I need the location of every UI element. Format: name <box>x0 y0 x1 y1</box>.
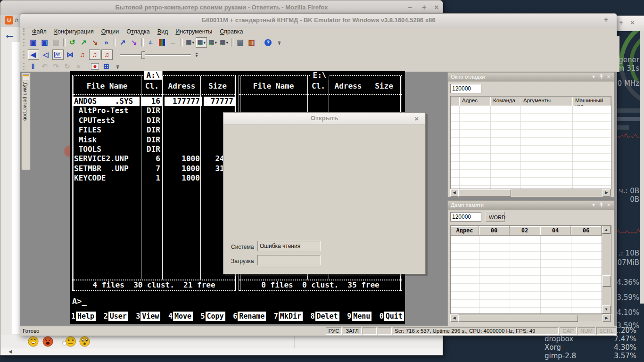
slider-handle[interactable] <box>141 51 145 59</box>
drive-a-icon[interactable]: ▦▾ <box>184 37 196 48</box>
fn-key[interactable]: 7MkDir <box>274 312 303 321</box>
fast-forward-icon[interactable]: » <box>101 37 112 48</box>
ay-stereo-icon[interactable]: ♫ <box>101 49 113 60</box>
firefox-horizontal-scrollbar[interactable]: ◀ <box>1 348 442 355</box>
reset-icon[interactable]: ↺ <box>67 37 78 48</box>
background-window-scrollbar[interactable] <box>640 31 644 304</box>
maximize-button[interactable]: + <box>619 19 623 26</box>
record-screen-icon[interactable]: ● <box>90 61 101 72</box>
scroll-right-icon[interactable]: ▶ <box>603 314 611 322</box>
fn-key[interactable]: 2User <box>104 312 128 321</box>
windows-grid-icon[interactable]: ⊞ <box>101 61 112 72</box>
reload-icon[interactable]: ↻ <box>62 61 73 72</box>
printer-icon[interactable]: ▤ <box>235 37 246 48</box>
scroll-left-icon[interactable]: ◀ <box>8 348 12 355</box>
memory-panel-titlebar[interactable]: Дамп памяти ▼ × <box>448 201 614 210</box>
load-file-icon[interactable]: ↗ <box>117 37 129 48</box>
back-icon[interactable]: ← <box>4 27 16 41</box>
memory-horizontal-scrollbar[interactable]: ◀ ▶ <box>450 314 611 321</box>
stop-icon[interactable]: ↘ <box>90 37 101 48</box>
collapse-icon[interactable]: ▼ <box>590 202 597 208</box>
fn-key[interactable]: 6Rename <box>233 312 266 321</box>
menu-debug[interactable]: Отладка <box>123 27 153 36</box>
minimize-button[interactable]: – <box>408 4 412 11</box>
fn-key[interactable]: 0Quit <box>380 312 404 321</box>
screen-mode-icon[interactable]: ← <box>168 37 179 48</box>
save-file-icon[interactable]: ↘ <box>129 37 140 48</box>
scrollbar-thumb[interactable] <box>458 315 578 322</box>
file-row[interactable]: FILES DIR <box>73 125 235 135</box>
smiley-surprised-icon[interactable] <box>79 336 90 347</box>
debug-address-input[interactable] <box>450 84 481 93</box>
scroll-left-icon[interactable]: ◀ <box>450 189 458 197</box>
menu-configuration[interactable]: Конфигурация <box>50 27 98 36</box>
file-row[interactable]: ANDOS .SYS 16 177777 77777 <box>73 97 235 106</box>
toolbar-overflow-icon[interactable]: ▾ <box>274 37 285 48</box>
joystick-icon[interactable]: ♫ <box>77 49 88 60</box>
collapse-icon[interactable]: ▼ <box>590 74 597 80</box>
scroll-up-icon[interactable]: ▲ <box>602 226 611 234</box>
fn-key[interactable]: 4Move <box>168 312 193 321</box>
fullscreen-icon[interactable] <box>145 37 157 48</box>
file-row[interactable]: CPUTestS DIR <box>73 116 235 125</box>
status-layout-rus[interactable]: РУС <box>326 327 342 335</box>
toolbar-overflow-icon[interactable]: ▾ <box>191 49 202 60</box>
joystick-alt-icon[interactable]: ♫ <box>89 49 100 60</box>
fn-key[interactable]: 3View <box>136 312 160 321</box>
file-row[interactable]: KEYCODE 1 1000 22 <box>73 173 235 183</box>
menu-options[interactable]: Опции <box>98 27 123 36</box>
scroll-down-icon[interactable]: ▼ <box>602 305 611 313</box>
pin-icon[interactable] <box>598 202 604 208</box>
redo-icon[interactable]: ↷ <box>50 61 62 72</box>
system-field[interactable]: Ошибка чтения <box>257 241 321 251</box>
column-header[interactable]: 00 <box>479 226 510 235</box>
fn-key[interactable]: 1Help <box>71 312 96 321</box>
menu-help[interactable]: Справка <box>216 27 247 36</box>
menu-file[interactable]: Файл <box>28 27 50 36</box>
pin-icon[interactable] <box>598 74 604 80</box>
save-state-icon[interactable]: ▣ <box>28 37 39 48</box>
file-row[interactable]: SETMBR .UNP 7 1000 3176 <box>73 164 235 173</box>
memory-address-input[interactable] <box>450 212 481 222</box>
column-header[interactable]: Адрес <box>451 226 479 235</box>
help-icon[interactable]: ? <box>263 37 274 48</box>
scroll-left-icon[interactable]: ◀ <box>450 314 458 322</box>
close-button[interactable]: × <box>630 19 635 26</box>
load-field[interactable] <box>257 255 321 265</box>
ay-chip-icon[interactable]: AY <box>52 49 64 60</box>
close-button[interactable]: × <box>434 4 438 11</box>
file-row[interactable]: SERVICE2.UNP 6 1000 2414 <box>73 154 235 164</box>
memory-vertical-scrollbar[interactable]: ▲ ▼ <box>602 226 611 313</box>
firefox-titlebar[interactable]: Бытовой ретро-компьютер своими руками - … <box>0 0 443 15</box>
drive-c-icon[interactable]: ▦▾ <box>207 37 218 48</box>
column-header[interactable]: 02 <box>510 226 540 235</box>
scroll-right-icon[interactable]: ▶ <box>603 189 611 197</box>
command-prompt[interactable]: A>_ <box>72 296 87 306</box>
run-icon[interactable]: ↗ <box>78 37 90 48</box>
close-icon[interactable]: × <box>605 202 612 208</box>
debug-panel-titlebar[interactable]: Окно отладки ▼ × <box>448 73 614 82</box>
scrollbar-thumb[interactable] <box>603 275 611 287</box>
file-row[interactable]: AltPro-Test DIR <box>73 106 235 115</box>
menu-tools[interactable]: Инструменты <box>172 27 216 36</box>
smiley-laughing-icon[interactable] <box>28 336 39 347</box>
volume-slider[interactable] <box>120 50 191 59</box>
step-icon[interactable]: ≡ <box>73 61 84 72</box>
tape-icon[interactable]: ▤ <box>50 37 62 48</box>
scrollbar-thumb[interactable] <box>458 189 511 197</box>
maximize-button[interactable]: + <box>604 16 608 24</box>
smiley-thinking-icon[interactable] <box>61 336 77 347</box>
menu-view[interactable]: Вид <box>154 27 172 36</box>
debug-horizontal-scrollbar[interactable]: ◀ ▶ <box>450 189 611 196</box>
column-header[interactable]: 06 <box>571 226 602 235</box>
status-caps-zagl[interactable]: ЗАГЛ <box>343 327 362 335</box>
undo-icon[interactable]: ↶ <box>39 61 50 72</box>
column-header[interactable]: 04 <box>540 226 571 235</box>
word-mode-button[interactable]: WORD <box>486 212 504 222</box>
drive-b-icon[interactable]: ▦▾ <box>196 37 207 48</box>
smiley-angry-icon[interactable] <box>42 336 53 347</box>
fn-key[interactable]: 8Delet <box>310 312 339 321</box>
registers-dump-tab[interactable]: Дамп регистров <box>21 73 31 170</box>
drive-d-icon[interactable]: ▦▾ <box>218 37 230 48</box>
pause-icon[interactable]: ‖ <box>28 61 39 72</box>
